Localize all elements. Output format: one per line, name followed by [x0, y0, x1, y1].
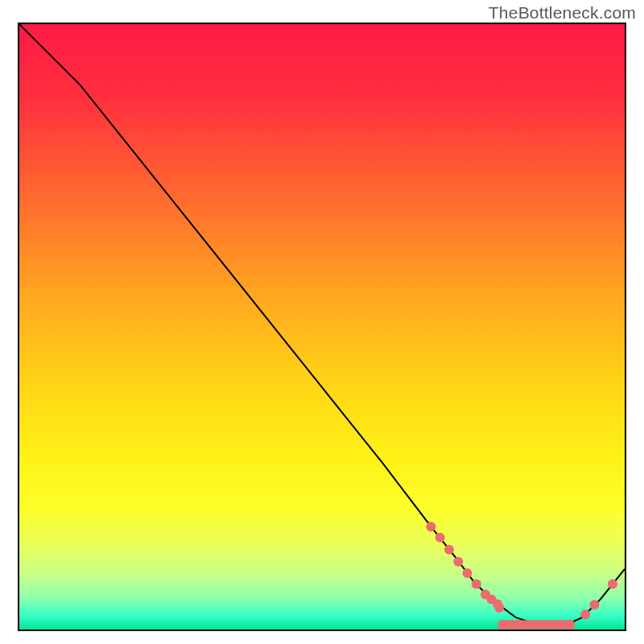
marker-dot: [436, 533, 445, 543]
marker-dot: [494, 603, 504, 613]
attribution-text: TheBottleneck.com: [489, 3, 636, 23]
marker-dot: [589, 600, 599, 609]
marker-dot: [453, 557, 463, 567]
marker-dot: [426, 522, 436, 531]
marker-dot: [580, 609, 590, 619]
marker-dot: [565, 620, 575, 630]
gradient-backdrop: [19, 24, 625, 630]
chart-svg: [19, 24, 625, 630]
marker-dot: [472, 580, 481, 589]
plot-area: [18, 23, 626, 631]
chart-container: TheBottleneck.com: [0, 0, 644, 644]
marker-dot: [444, 545, 454, 555]
marker-dot: [608, 580, 617, 589]
marker-dot: [462, 568, 472, 578]
